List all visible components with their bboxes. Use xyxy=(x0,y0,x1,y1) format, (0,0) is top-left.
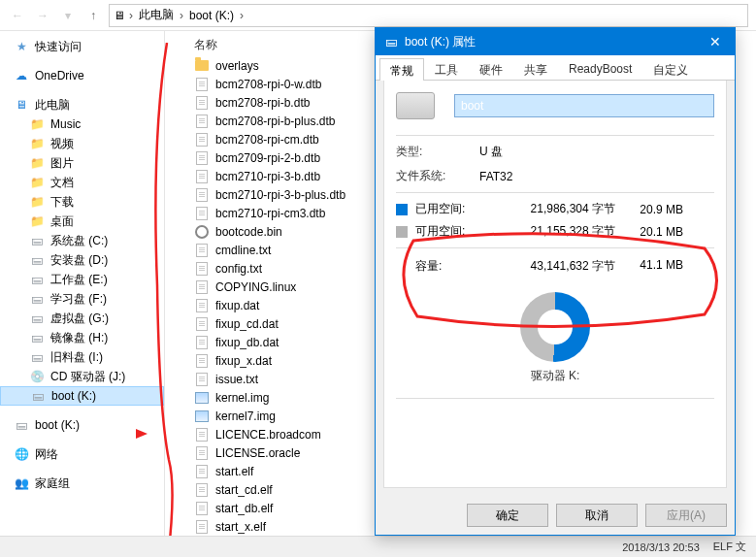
breadcrumb[interactable]: 🖥 › 此电脑 › boot (K:) › xyxy=(109,4,748,27)
folder-icon xyxy=(194,58,210,74)
sidebar-item-pictures[interactable]: 📁图片 xyxy=(0,153,164,173)
file-name: cmdline.txt xyxy=(215,244,271,257)
free-label: 可用空间: xyxy=(415,223,489,240)
free-mb: 20.1 MB xyxy=(615,225,683,239)
sidebar-item-workdisk[interactable]: 🖴工作盘 (E:) xyxy=(0,270,164,289)
nav-back-icon[interactable]: ← xyxy=(8,6,27,25)
file-name: bcm2710-rpi-cm3.dtb xyxy=(215,207,325,220)
dialog-buttons: 确定 取消 应用(A) xyxy=(376,496,735,535)
free-color-swatch xyxy=(396,226,408,238)
sidebar-item-downloads[interactable]: 📁下载 xyxy=(0,192,164,212)
properties-dialog: 🖴 boot (K:) 属性 ✕ 常规 工具 硬件 共享 ReadyBoost … xyxy=(375,27,736,536)
free-bytes: 21,155,328 字节 xyxy=(489,223,615,240)
sidebar-item-sysdisk[interactable]: 🖴系统盘 (C:) xyxy=(0,231,164,250)
file-name: kernel7.img xyxy=(215,410,276,423)
breadcrumb-seg[interactable]: boot (K:) xyxy=(187,9,236,22)
tab-custom[interactable]: 自定义 xyxy=(642,57,699,80)
pc-icon: 🖥 xyxy=(114,9,125,22)
drive-icon: 🖴 xyxy=(29,272,45,287)
sidebar-item-label: 安装盘 (D:) xyxy=(50,252,108,269)
drive-icon: 🖴 xyxy=(29,330,45,345)
chevron-right-icon: › xyxy=(240,9,244,22)
sidebar-item-documents[interactable]: 📁文档 xyxy=(0,173,164,192)
file-icon xyxy=(194,243,210,258)
file-icon xyxy=(194,464,210,479)
folder-icon: 📁 xyxy=(29,194,45,210)
file-name: start_db.elf xyxy=(215,502,273,515)
sidebar-item-label: boot (K:) xyxy=(35,418,80,432)
tab-tools[interactable]: 工具 xyxy=(424,57,469,80)
breadcrumb-seg[interactable]: 此电脑 xyxy=(137,7,176,23)
sidebar-item-studydisk[interactable]: 🖴学习盘 (F:) xyxy=(0,289,164,309)
sidebar-item-imgdisk[interactable]: 🖴镜像盘 (H:) xyxy=(0,328,164,347)
sidebar-item-label: 工作盘 (E:) xyxy=(50,272,108,288)
sidebar-item-thispc[interactable]: 🖥此电脑 xyxy=(0,95,164,115)
sidebar-item-homegroup[interactable]: 👥家庭组 xyxy=(0,474,164,493)
nav-forward-icon[interactable]: → xyxy=(33,6,52,25)
file-name: COPYING.linux xyxy=(215,280,296,294)
close-button[interactable]: ✕ xyxy=(696,28,735,55)
image-icon xyxy=(194,390,210,406)
sidebar-item-label: boot (K:) xyxy=(51,389,96,403)
dialog-titlebar[interactable]: 🖴 boot (K:) 属性 ✕ xyxy=(376,28,735,55)
capacity-label: 容量: xyxy=(396,258,489,275)
sidebar-item-boot-k[interactable]: 🖴boot (K:) xyxy=(0,386,164,406)
sidebar-item-videos[interactable]: 📁视频 xyxy=(0,134,164,153)
annotation-arrow-icon xyxy=(136,429,148,439)
chevron-right-icon: › xyxy=(129,9,133,22)
tab-sharing[interactable]: 共享 xyxy=(513,57,558,80)
tab-general[interactable]: 常规 xyxy=(379,58,424,81)
fs-label: 文件系统: xyxy=(396,168,464,184)
file-name: start.elf xyxy=(215,465,253,478)
used-mb: 20.9 MB xyxy=(615,203,683,216)
file-icon xyxy=(194,95,210,111)
cancel-button[interactable]: 取消 xyxy=(556,504,638,527)
sidebar-item-desktop[interactable]: 📁桌面 xyxy=(0,212,164,231)
disc-icon: 💿 xyxy=(29,369,45,384)
sidebar-item-network[interactable]: 🌐网络 xyxy=(0,444,164,464)
sidebar-item-onedrive[interactable]: ☁OneDrive xyxy=(0,66,164,85)
sidebar-item-label: CD 驱动器 (J:) xyxy=(50,369,125,385)
status-bar: 2018/3/13 20:53 ELF 文 xyxy=(0,536,756,557)
sidebar-item-label: 视频 xyxy=(50,136,74,152)
drive-name-input[interactable] xyxy=(454,94,714,117)
sidebar-item-quick-access[interactable]: ★快速访问 xyxy=(0,37,164,56)
sidebar-item-label: 图片 xyxy=(50,155,74,172)
file-name: bcm2709-rpi-2-b.dtb xyxy=(215,151,320,165)
dialog-body: 类型:U 盘 文件系统:FAT32 已用空间: 21,986,304 字节 20… xyxy=(383,81,727,488)
nav-up-icon[interactable]: ↑ xyxy=(83,6,103,25)
capacity-bytes: 43,141,632 字节 xyxy=(489,258,615,275)
tab-readyboost[interactable]: ReadyBoost xyxy=(558,57,642,80)
apply-button[interactable]: 应用(A) xyxy=(645,504,727,527)
file-name: bcm2708-rpi-b.dtb xyxy=(215,96,310,110)
nav-sidebar: ★快速访问 ☁OneDrive 🖥此电脑 📁Music 📁视频 📁图片 📁文档 … xyxy=(0,31,165,536)
pc-icon: 🖥 xyxy=(14,97,29,113)
ok-button[interactable]: 确定 xyxy=(467,504,548,527)
file-icon xyxy=(194,150,210,166)
sidebar-item-label: Music xyxy=(50,117,81,131)
sidebar-item-label: 虚拟盘 (G:) xyxy=(50,311,109,327)
sidebar-item-vmdisk[interactable]: 🖴虚拟盘 (G:) xyxy=(0,309,164,328)
sidebar-item-olddisk[interactable]: 🖴旧料盘 (I:) xyxy=(0,347,164,367)
tab-hardware[interactable]: 硬件 xyxy=(469,57,513,80)
file-name: fixup_db.dat xyxy=(215,336,279,349)
file-name: fixup.dat xyxy=(215,299,259,312)
sidebar-item-label: 文档 xyxy=(50,175,74,191)
sidebar-item-cddrive[interactable]: 💿CD 驱动器 (J:) xyxy=(0,367,164,386)
network-icon: 🌐 xyxy=(14,446,29,462)
file-name: overlays xyxy=(215,59,259,73)
sidebar-item-music[interactable]: 📁Music xyxy=(0,115,164,134)
file-name: LICENCE.broadcom xyxy=(215,428,321,442)
drive-icon: 🖴 xyxy=(30,388,46,404)
file-icon xyxy=(194,482,210,498)
drive-icon: 🖴 xyxy=(29,311,45,326)
file-name: bcm2708-rpi-b-plus.dtb xyxy=(215,115,335,128)
nav-recent-icon[interactable]: ▾ xyxy=(58,6,78,25)
file-name: bootcode.bin xyxy=(215,225,282,239)
sidebar-item-installdisk[interactable]: 🖴安装盘 (D:) xyxy=(0,250,164,270)
file-icon xyxy=(194,445,210,461)
file-icon xyxy=(194,427,210,442)
capacity-row: 容量: 43,141,632 字节 41.1 MB xyxy=(396,258,714,275)
sidebar-item-label: 家庭组 xyxy=(35,475,70,492)
file-name: fixup_cd.dat xyxy=(215,317,279,331)
